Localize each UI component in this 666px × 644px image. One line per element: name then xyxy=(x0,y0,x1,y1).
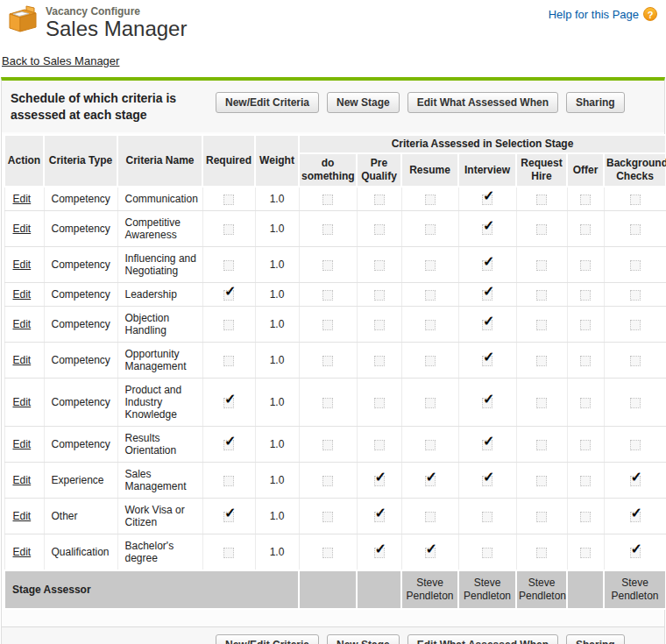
help-link[interactable]: Help for this Page ? xyxy=(549,7,657,21)
checkbox-unchecked xyxy=(322,356,333,366)
stage-assessed-cell xyxy=(299,343,357,379)
edit-link[interactable]: Edit xyxy=(13,510,32,522)
stage-assessed-cell xyxy=(567,247,604,283)
weight-cell: 1.0 xyxy=(255,534,299,571)
help-question-icon[interactable]: ? xyxy=(643,7,657,21)
criteria-row: EditCompetencyProduct and Industry Knowl… xyxy=(4,379,666,427)
required-cell: ✓ xyxy=(202,427,255,463)
edit-link[interactable]: Edit xyxy=(13,318,32,330)
checkbox-unchecked xyxy=(322,548,333,558)
criteria-row: EditCompetencyLeadership✓1.0✓ xyxy=(4,283,666,307)
checkbox-unchecked xyxy=(536,290,547,301)
criteria-name-cell: Bachelor's degree xyxy=(117,534,202,571)
edit-link[interactable]: Edit xyxy=(13,396,32,408)
stage-assessed-cell xyxy=(357,247,401,283)
stage-assessed-cell xyxy=(567,463,604,499)
checkbox-unchecked xyxy=(580,356,591,366)
stage-assessed-cell xyxy=(357,283,401,307)
criteria-name-cell: Sales Management xyxy=(117,463,202,499)
stage-assessed-cell xyxy=(299,499,357,534)
edit-link[interactable]: Edit xyxy=(13,193,32,205)
stage-assessed-cell xyxy=(567,187,604,211)
weight-cell: 1.0 xyxy=(255,187,299,211)
criteria-row: EditCompetencyCompetitive Awareness1.0✓ xyxy=(4,211,666,247)
checkbox-unchecked xyxy=(482,548,492,558)
button-edit-what-assessed-when[interactable]: Edit What Assessed When xyxy=(407,92,558,113)
checkbox-unchecked xyxy=(580,260,591,271)
stage-assessed-cell xyxy=(299,307,357,343)
check-mark-icon: ✓ xyxy=(426,542,437,556)
checkbox-checked: ✓ xyxy=(425,548,436,558)
check-mark-icon: ✓ xyxy=(483,393,494,407)
check-mark-icon: ✓ xyxy=(483,471,494,485)
checkbox-unchecked xyxy=(630,440,641,450)
checkbox-checked: ✓ xyxy=(223,440,234,450)
panel-title: Schedule of which criteria is assessed a… xyxy=(11,90,216,124)
stage-assessed-cell xyxy=(357,343,401,379)
stage-assessor-cell: Steve Pendleton xyxy=(604,570,666,609)
checkbox-unchecked xyxy=(580,548,591,558)
checkbox-unchecked xyxy=(536,512,547,522)
stage-assessed-cell xyxy=(516,534,567,571)
checkbox-unchecked xyxy=(580,224,591,235)
button-new-stage[interactable]: New Stage xyxy=(327,92,400,113)
checkbox-unchecked xyxy=(322,290,333,301)
column-header-stage-resume: Resume xyxy=(401,153,458,187)
stage-assessor-cell xyxy=(299,570,357,609)
stage-assessed-cell: ✓ xyxy=(458,343,516,379)
checkbox-unchecked xyxy=(425,195,436,205)
stage-assessed-cell: ✓ xyxy=(458,187,516,211)
button-sharing[interactable]: Sharing xyxy=(566,634,625,644)
criteria-row: EditCompetencyObjection Handling1.0✓ xyxy=(4,307,666,343)
check-mark-icon: ✓ xyxy=(224,285,236,299)
criteria-name-cell: Product and Industry Knowledge xyxy=(117,379,202,427)
stage-assessed-cell xyxy=(567,211,604,247)
button-new-edit-criteria[interactable]: New/Edit Criteria xyxy=(216,92,319,113)
stage-assessed-cell xyxy=(516,427,567,463)
checkbox-unchecked xyxy=(374,290,385,301)
edit-link[interactable]: Edit xyxy=(13,474,32,486)
criteria-name-cell: Work Visa or Citizen xyxy=(117,499,202,534)
stage-assessed-cell: ✓ xyxy=(458,247,516,283)
checkbox-checked: ✓ xyxy=(630,512,641,522)
checkbox-unchecked xyxy=(580,290,591,301)
button-new-stage[interactable]: New Stage xyxy=(327,634,400,644)
stage-assessed-cell: ✓ xyxy=(458,463,516,499)
checkbox-checked: ✓ xyxy=(223,512,234,522)
check-mark-icon: ✓ xyxy=(631,542,642,556)
button-sharing[interactable]: Sharing xyxy=(566,92,625,113)
checkbox-unchecked xyxy=(536,320,547,330)
column-header-stage-pre-qualify: Pre Qualify xyxy=(357,153,401,187)
stage-assessed-cell xyxy=(357,379,401,427)
button-new-edit-criteria[interactable]: New/Edit Criteria xyxy=(216,634,319,644)
edit-link[interactable]: Edit xyxy=(13,354,32,366)
weight-cell: 1.0 xyxy=(255,379,299,427)
checkbox-unchecked xyxy=(536,260,547,271)
check-mark-icon: ✓ xyxy=(483,315,494,329)
checkbox-checked: ✓ xyxy=(482,398,492,408)
edit-link[interactable]: Edit xyxy=(13,438,32,450)
stage-assessed-cell: ✓ xyxy=(458,379,516,427)
stage-assessed-cell xyxy=(299,379,357,427)
check-mark-icon: ✓ xyxy=(224,393,236,407)
stage-assessor-cell: Steve Pendleton xyxy=(516,570,567,609)
stage-assessed-cell xyxy=(357,211,401,247)
stage-assessed-cell xyxy=(357,187,401,211)
back-to-sales-manager-link[interactable]: Back to Sales Manager xyxy=(2,54,119,67)
edit-link[interactable]: Edit xyxy=(13,546,32,558)
checkbox-unchecked xyxy=(536,224,547,235)
weight-cell: 1.0 xyxy=(255,427,299,463)
criteria-type-cell: Qualification xyxy=(44,534,117,571)
checkbox-checked: ✓ xyxy=(482,290,492,301)
checkbox-unchecked xyxy=(374,224,385,235)
required-cell xyxy=(202,307,255,343)
required-cell xyxy=(202,463,255,499)
checkbox-unchecked xyxy=(223,548,234,558)
edit-link[interactable]: Edit xyxy=(13,223,32,235)
button-edit-what-assessed-when[interactable]: Edit What Assessed When xyxy=(407,634,558,644)
edit-link[interactable]: Edit xyxy=(13,288,32,301)
page-title: Sales Manager xyxy=(46,18,187,40)
app-label: Vacancy Configure xyxy=(46,5,187,18)
stage-assessed-cell xyxy=(567,307,604,343)
edit-link[interactable]: Edit xyxy=(13,258,32,271)
